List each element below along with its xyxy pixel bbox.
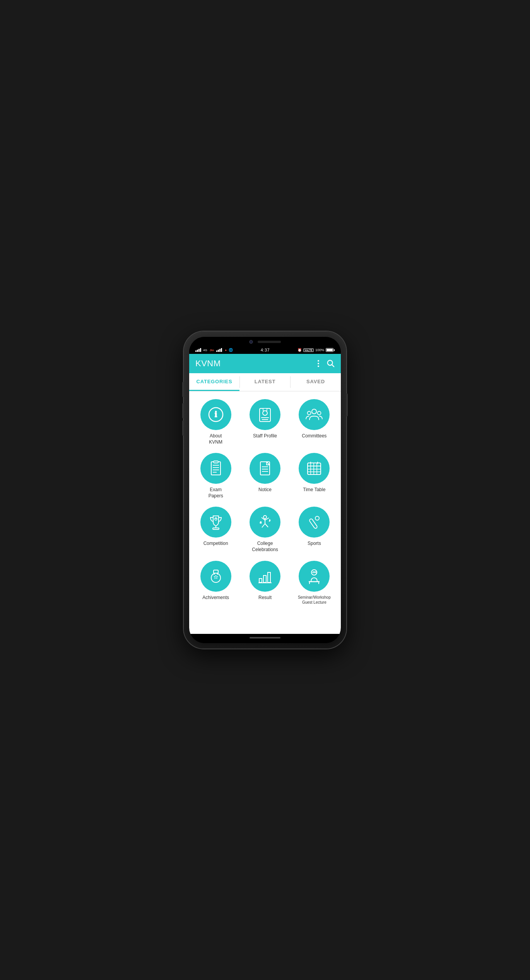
volte-badge: VoLTE <box>303 348 314 352</box>
svg-text:i: i <box>215 410 217 418</box>
category-circle-sports <box>299 507 330 538</box>
camera <box>249 340 253 344</box>
category-circle-staff <box>250 399 280 430</box>
carrier-jio: Jio <box>210 348 214 352</box>
category-sports[interactable]: Sports <box>292 507 337 553</box>
svg-line-1 <box>332 365 334 367</box>
svg-line-38 <box>262 524 265 528</box>
svg-rect-17 <box>214 461 218 463</box>
category-label-committees: Committees <box>302 433 327 439</box>
category-circle-celebrations: ♪ ♫ <box>250 507 280 538</box>
category-label-about: AboutKVNM <box>209 433 222 445</box>
category-notice[interactable]: Notice <box>242 453 287 499</box>
category-celebrations[interactable]: ♪ ♫ CollegeCelebrations <box>242 507 287 553</box>
category-label-sports: Sports <box>308 541 321 547</box>
carrier-vodafone: ● <box>225 348 227 352</box>
globe-icon: 🌐 <box>229 348 233 352</box>
category-seminar[interactable]: Seminar/WorkshopGuest Lecture <box>292 561 337 605</box>
category-circle-timetable <box>299 453 330 484</box>
svg-line-39 <box>265 524 268 527</box>
status-time: 4:37 <box>261 348 270 352</box>
category-label-notice: Notice <box>258 487 272 493</box>
svg-rect-8 <box>263 408 267 411</box>
category-label-result: Result <box>258 595 272 601</box>
category-achievements[interactable]: Achivements <box>193 561 238 605</box>
status-left: 4G Jio ● 🌐 <box>195 348 233 352</box>
category-circle-notice <box>250 453 280 484</box>
tab-bar: CATEGORIES LATEST SAVED <box>189 373 341 391</box>
category-result[interactable]: Result <box>242 561 287 605</box>
speaker <box>258 341 281 343</box>
category-label-exam: ExamPapers <box>209 487 223 499</box>
svg-text:♫: ♫ <box>260 521 262 524</box>
category-timetable[interactable]: Time Table <box>292 453 337 499</box>
svg-point-10 <box>308 411 311 415</box>
category-circle-exam <box>200 453 231 484</box>
svg-point-5 <box>263 411 267 415</box>
svg-rect-22 <box>308 463 321 475</box>
svg-rect-48 <box>259 579 262 582</box>
svg-point-9 <box>312 409 316 414</box>
category-label-achievements: Achivements <box>202 595 229 601</box>
tab-categories[interactable]: CATEGORIES <box>189 373 239 391</box>
category-committees[interactable]: Committees <box>292 399 337 445</box>
category-circle-competition <box>200 507 231 538</box>
phone-screen: 4G Jio ● 🌐 4:37 ⏰ VoLTE 100% <box>189 337 341 643</box>
svg-rect-45 <box>214 570 218 573</box>
app-bar-actions <box>318 359 335 369</box>
svg-rect-49 <box>263 575 266 582</box>
svg-point-43 <box>315 516 319 520</box>
alarm-icon: ⏰ <box>297 348 302 352</box>
svg-rect-56 <box>315 572 317 573</box>
category-exam[interactable]: ExamPapers <box>193 453 238 499</box>
svg-rect-12 <box>211 462 221 475</box>
battery-percent: 100% <box>315 348 324 352</box>
app-screen: KVNM <box>189 354 341 634</box>
category-circle-about: i <box>200 399 231 430</box>
category-competition[interactable]: Competition <box>193 507 238 553</box>
category-circle-result <box>250 561 280 592</box>
category-circle-seminar <box>299 561 330 592</box>
status-right: ⏰ VoLTE 100% <box>297 348 335 352</box>
network-label: 4G <box>203 348 207 352</box>
svg-rect-50 <box>268 572 270 582</box>
battery-icon <box>326 348 335 352</box>
svg-point-34 <box>263 516 267 519</box>
app-title: KVNM <box>195 359 221 369</box>
category-circle-achievements <box>200 561 231 592</box>
tab-latest[interactable]: LATEST <box>240 373 290 391</box>
tab-saved[interactable]: SAVED <box>291 373 341 391</box>
phone-top-area <box>189 337 341 345</box>
category-staff[interactable]: Staff Profile <box>242 399 287 445</box>
categories-grid: i AboutKVNM <box>189 391 341 634</box>
home-indicator <box>250 637 280 639</box>
category-label-competition: Competition <box>203 541 228 547</box>
status-bar: 4G Jio ● 🌐 4:37 ⏰ VoLTE 100% <box>189 345 341 354</box>
signal-bars-2 <box>216 348 222 352</box>
svg-rect-32 <box>213 528 219 529</box>
category-label-timetable: Time Table <box>303 487 325 493</box>
category-label-celebrations: CollegeCelebrations <box>252 541 278 553</box>
signal-bars <box>195 348 201 352</box>
search-button[interactable] <box>326 359 335 369</box>
category-about[interactable]: i AboutKVNM <box>193 399 238 445</box>
category-circle-committees <box>299 399 330 430</box>
category-label-staff: Staff Profile <box>253 433 277 439</box>
svg-point-11 <box>318 411 321 415</box>
svg-rect-54 <box>313 572 315 573</box>
home-bar <box>189 634 341 643</box>
menu-button[interactable] <box>318 360 319 367</box>
svg-text:♪: ♪ <box>269 519 270 522</box>
app-bar: KVNM <box>189 354 341 373</box>
phone-frame: 4G Jio ● 🌐 4:37 ⏰ VoLTE 100% <box>184 331 346 649</box>
category-label-seminar: Seminar/WorkshopGuest Lecture <box>298 595 331 605</box>
